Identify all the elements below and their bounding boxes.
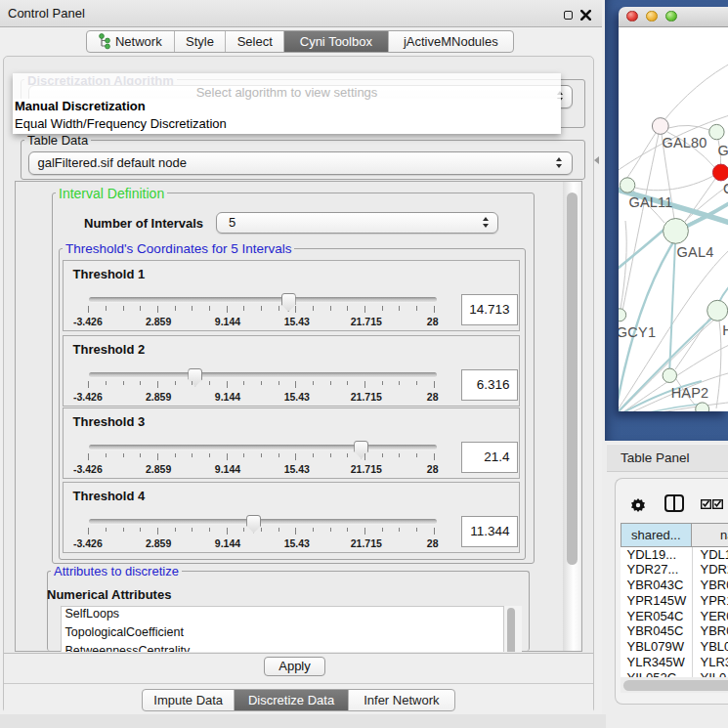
svg-text:GCY1: GCY1 <box>619 324 656 340</box>
svg-text:GAL4: GAL4 <box>676 244 713 260</box>
svg-text:GAL2: GAL2 <box>717 143 728 158</box>
svg-text:GAL11: GAL11 <box>628 194 672 210</box>
svg-text:H: H <box>722 322 728 338</box>
svg-text:CY: CY <box>723 181 728 196</box>
svg-text:HAP2: HAP2 <box>670 385 708 401</box>
svg-text:GAL80: GAL80 <box>662 135 707 150</box>
